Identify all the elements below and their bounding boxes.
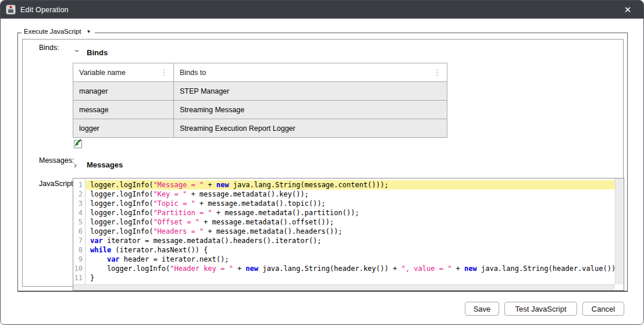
binds-section-title: Binds bbox=[87, 48, 108, 57]
operation-form-panel: Binds: › Binds Variable name ⋮ bbox=[22, 39, 624, 287]
app-icon bbox=[6, 5, 16, 15]
cell-variable-name[interactable]: logger bbox=[73, 119, 174, 138]
column-menu-kebab-icon[interactable]: ⋮ bbox=[160, 68, 168, 77]
messages-field-label: Messages: bbox=[39, 156, 74, 165]
operation-type-dropdown[interactable]: Execute JavaScript ▼ bbox=[22, 28, 95, 35]
code-line[interactable]: logger.logInfo("Message = " + new java.l… bbox=[86, 180, 615, 190]
line-number: 6 bbox=[73, 227, 85, 236]
code-gutter: 1234567891011 bbox=[73, 178, 86, 284]
messages-section-title: Messages bbox=[87, 160, 123, 169]
save-button[interactable]: Save bbox=[465, 302, 499, 316]
code-line[interactable]: logger.logInfo("Topic = " + message.meta… bbox=[86, 199, 615, 208]
cell-binds-to[interactable]: STEP Manager bbox=[174, 82, 447, 101]
code-line[interactable]: logger.logInfo("Key = " + message.metada… bbox=[86, 190, 615, 199]
code-line[interactable]: logger.logInfo("Header key = " + new jav… bbox=[86, 264, 615, 273]
line-number: 3 bbox=[73, 199, 85, 208]
column-menu-kebab-icon[interactable]: ⋮ bbox=[433, 68, 441, 77]
binds-field-label: Binds: bbox=[39, 44, 59, 52]
horizontal-scrollbar[interactable] bbox=[73, 284, 615, 290]
line-number: 4 bbox=[73, 208, 85, 217]
table-row[interactable]: message Streaming Message bbox=[73, 101, 447, 119]
binds-table: Variable name ⋮ Binds to ⋮ bbox=[73, 63, 447, 138]
line-number: 1 bbox=[73, 180, 85, 190]
line-number: 8 bbox=[73, 245, 85, 255]
cell-binds-to[interactable]: Streaming Execution Report Logger bbox=[174, 119, 447, 138]
close-button[interactable]: ✕ bbox=[618, 3, 638, 17]
window-titlebar: Edit Operation ✕ bbox=[1, 1, 643, 19]
line-number: 5 bbox=[73, 217, 85, 227]
table-row[interactable]: manager STEP Manager bbox=[73, 82, 447, 101]
code-line[interactable]: var iterator = message.metadata().header… bbox=[86, 236, 615, 245]
table-row[interactable]: logger Streaming Execution Report Logger bbox=[73, 119, 447, 138]
chevron-down-icon: › bbox=[74, 49, 80, 56]
column-header-label: Binds to bbox=[180, 69, 206, 77]
line-number: 2 bbox=[73, 190, 85, 199]
chevron-right-icon: › bbox=[74, 162, 81, 168]
edit-operation-dialog: Edit Operation ✕ Execute JavaScript ▼ Bi… bbox=[0, 0, 644, 325]
line-number: 7 bbox=[73, 236, 85, 245]
groupbox-legend-label: Execute JavaScript bbox=[24, 28, 81, 35]
line-number: 9 bbox=[73, 255, 85, 264]
binds-table-header-row: Variable name ⋮ Binds to ⋮ bbox=[73, 63, 447, 82]
javascript-field-label: JavaScript: bbox=[39, 180, 75, 188]
vertical-scrollbar[interactable] bbox=[615, 178, 624, 284]
code-lines[interactable]: logger.logInfo("Message = " + new java.l… bbox=[86, 178, 615, 284]
javascript-code-editor[interactable]: 1234567891011 logger.logInfo("Message = … bbox=[73, 178, 624, 291]
cell-variable-name[interactable]: message bbox=[73, 101, 174, 119]
cell-variable-name[interactable]: manager bbox=[73, 82, 174, 101]
column-header-variable-name[interactable]: Variable name ⋮ bbox=[73, 63, 174, 82]
binds-section-toggle[interactable]: › Binds bbox=[74, 48, 108, 57]
code-line[interactable]: logger.logInfo("Offset = " + message.met… bbox=[86, 217, 615, 227]
edit-bind-button[interactable] bbox=[73, 139, 83, 149]
code-line[interactable]: while (iterator.hasNext()) { bbox=[86, 245, 615, 255]
line-number: 10 bbox=[73, 264, 85, 273]
code-line[interactable]: var header = iterator.next(); bbox=[86, 255, 615, 264]
dialog-body: Execute JavaScript ▼ Binds: › Binds bbox=[1, 19, 643, 324]
messages-section-toggle[interactable]: › Messages bbox=[74, 160, 123, 169]
column-header-label: Variable name bbox=[79, 69, 126, 77]
code-line[interactable]: logger.logInfo("Headers = " + message.me… bbox=[86, 227, 615, 236]
code-line[interactable]: logger.logInfo("Partition = " + message.… bbox=[86, 208, 615, 217]
groupbox-execute-javascript: Execute JavaScript ▼ Binds: › Binds bbox=[17, 33, 628, 292]
dropdown-arrow-icon: ▼ bbox=[86, 29, 91, 34]
code-line[interactable]: } bbox=[86, 273, 615, 283]
cancel-button[interactable]: Cancel bbox=[582, 302, 624, 316]
edit-cell-icon bbox=[73, 139, 83, 149]
test-javascript-button[interactable]: Test JavaScript bbox=[504, 302, 577, 316]
line-number: 11 bbox=[73, 273, 85, 283]
column-header-binds-to[interactable]: Binds to ⋮ bbox=[174, 63, 447, 82]
cell-binds-to[interactable]: Streaming Message bbox=[174, 101, 447, 119]
window-title: Edit Operation bbox=[20, 6, 69, 14]
